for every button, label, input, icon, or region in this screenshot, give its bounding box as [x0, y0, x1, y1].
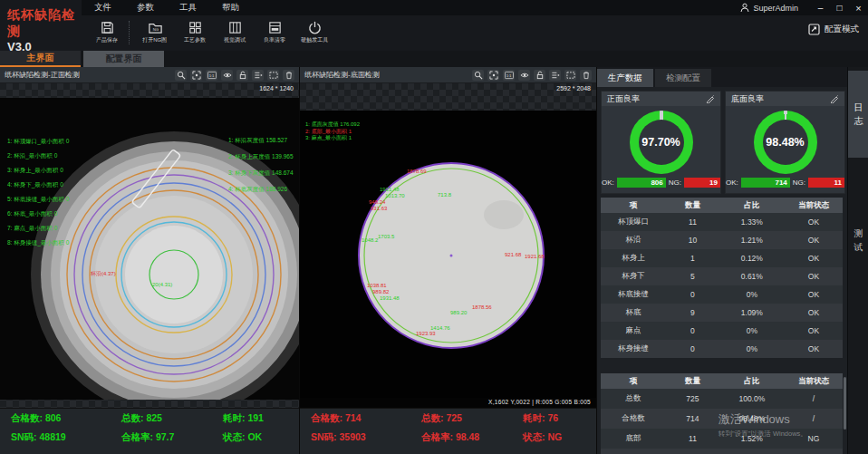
table-row[interactable]: 总数725100.0%/ — [601, 389, 843, 409]
table-row[interactable]: 杯顶爆口111.33%OK — [601, 213, 843, 231]
panel-scrollbar[interactable] — [844, 377, 846, 430]
stat-总数: 总数: 825 — [121, 412, 223, 431]
process-params-button[interactable]: 工艺参数 — [175, 18, 215, 44]
lock-icon[interactable] — [236, 70, 248, 81]
table-cell: 725 — [666, 389, 719, 409]
menu-item-文件[interactable]: 文件 — [94, 2, 111, 14]
fit-screen-icon[interactable] — [190, 70, 202, 81]
table-cell: NG — [785, 449, 843, 454]
menu-bar: 文件参数工具帮助 SuperAdmin – □ × — [82, 0, 868, 15]
power-icon — [307, 20, 323, 35]
open-ng-image-button[interactable]: NG 打开NG图 — [135, 18, 175, 44]
show-overlay-eye-icon[interactable] — [518, 70, 530, 81]
table-cell: 1.52% — [719, 429, 785, 449]
lock-icon[interactable] — [534, 70, 545, 81]
product-save-button[interactable]: 产品保存 — [87, 18, 127, 44]
menu-item-参数[interactable]: 参数 — [137, 2, 154, 14]
front-image-area[interactable]: 1624 * 1240 — [0, 83, 299, 408]
table-row[interactable]: 杯底接缝00%OK — [601, 285, 843, 304]
table-cell: OK — [785, 267, 843, 285]
table-row[interactable]: 杯底91.09%OK — [601, 304, 843, 322]
config-mode-icon — [808, 24, 820, 35]
tab-test[interactable]: 测试 — [848, 208, 868, 272]
one-to-one-icon[interactable]: 1:1 — [206, 70, 217, 81]
roi-region-icon[interactable] — [267, 70, 279, 81]
table-cell: 合格数 — [601, 409, 666, 429]
tab-logs[interactable]: 日志 — [848, 71, 868, 158]
zoom-icon[interactable] — [472, 70, 484, 81]
stat-SN码: SN码: 35903 — [311, 431, 421, 450]
close-button[interactable]: × — [849, 0, 868, 15]
annotation-line: 4: 杯身下_最小面积 0 — [7, 178, 69, 192]
bottom-yield-body: 98.48% OK: 714 NG: 11 — [726, 106, 844, 193]
table-row[interactable]: 麻点00%NG — [601, 449, 843, 454]
annotation-line: 1: 杯沿灰度值 158.527 — [228, 132, 294, 149]
tab-detection-config[interactable]: 检测配置 — [655, 69, 711, 87]
bottom-view-header: 纸杯缺陷检测-底面检测 1:1 — [300, 67, 596, 83]
table-cell: OK — [785, 213, 843, 231]
bottom-photo[interactable]: 1: 底面灰度值 176.0922: 底部_最小面积 13: 麻点_最小面积 1… — [300, 111, 596, 408]
table-cell: 杯顶爆口 — [601, 213, 666, 231]
main-tab-bar: 主界面 配置界面 — [0, 51, 868, 67]
defect-label: 948.24 — [369, 199, 385, 205]
delete-trash-icon[interactable] — [283, 70, 294, 81]
table-cell: 0 — [666, 285, 719, 304]
annotation-line: 4: 杯底灰度值 188.926 — [228, 181, 294, 198]
front-stats-bar: 合格数: 806总数: 825耗时: 191SN码: 48819合格率: 97.… — [0, 408, 299, 454]
table-cell: 1 — [666, 249, 719, 267]
edit-icon[interactable] — [830, 94, 839, 103]
defect-label: 杯沿(4.37) — [91, 270, 116, 278]
menu-item-帮助[interactable]: 帮助 — [222, 2, 239, 14]
table-row[interactable]: 杯身接缝00%OK — [601, 340, 843, 358]
defect-label: 1878.69 — [407, 169, 427, 174]
table-cell: 11 — [666, 429, 719, 449]
table-row[interactable]: 合格数71498.48%/ — [601, 409, 843, 429]
table-row[interactable]: 杯身上10.12%OK — [601, 249, 843, 267]
show-overlay-eye-icon[interactable] — [221, 70, 233, 81]
table-cell: 5 — [666, 267, 719, 285]
tab-config-interface[interactable]: 配置界面 — [83, 51, 164, 67]
hard-trigger-tool-button[interactable]: 硬触发工具 — [294, 18, 334, 44]
annotation-line: 1: 杯顶爆口_最小面积 0 — [7, 134, 69, 149]
front-okng-row: OK: 806 NG: 19 — [602, 178, 720, 188]
svg-text:NG: NG — [152, 27, 158, 32]
zoom-icon[interactable] — [175, 70, 187, 81]
bottom-image-area[interactable]: 2592 * 2048 1: 底面灰度值 176.0922: 底部_最小面积 1… — [300, 83, 596, 408]
column-header: 项 — [601, 373, 666, 389]
menu-item-工具[interactable]: 工具 — [179, 2, 197, 14]
stat-状态: 状态: OK — [223, 431, 288, 450]
yield-reset-button[interactable]: 良率清零 — [255, 18, 294, 44]
grid-icon — [188, 20, 203, 35]
data-panel: 生产数据 检测配置 正面良率 97.70% — [596, 67, 847, 454]
table-cell: OK — [785, 322, 843, 340]
one-to-one-icon[interactable]: 1:1 — [503, 70, 515, 81]
table-row[interactable]: 杯沿101.21%OK — [601, 231, 843, 249]
cursor-coordinates: X,1602 Y,0022 | R:005 G:005 B:005 — [488, 399, 591, 405]
front-ok-bar: 806 — [617, 178, 666, 188]
defect-label: 1931.48 — [380, 295, 400, 301]
tab-production-data[interactable]: 生产数据 — [597, 69, 653, 87]
minimize-button[interactable]: – — [811, 0, 830, 15]
maximize-button[interactable]: □ — [830, 0, 849, 15]
vision-debug-button[interactable]: 视觉调试 — [215, 18, 255, 44]
menu-items: 文件参数工具帮助 — [82, 2, 239, 14]
layers-list-icon[interactable] — [549, 70, 561, 81]
table-cell: 0% — [719, 449, 785, 454]
defect-label: 713.8 — [438, 192, 451, 198]
layers-list-icon[interactable] — [252, 70, 264, 81]
table-cell: 杯身上 — [601, 249, 666, 267]
config-mode-button[interactable]: 配置模式 — [808, 24, 859, 35]
defect-label: 921.68 — [505, 252, 521, 257]
fit-screen-icon[interactable] — [487, 70, 499, 81]
front-photo[interactable]: 1: 杯顶爆口_最小面积 02: 杯沿_最小面积 03: 杯身上_最小面积 04… — [0, 98, 299, 400]
stat-总数: 总数: 725 — [421, 412, 523, 431]
user-button[interactable]: SuperAdmin — [740, 3, 798, 13]
table-row[interactable]: 麻点00%OK — [601, 322, 843, 340]
edit-icon[interactable] — [706, 94, 715, 103]
table-row[interactable]: 杯身下50.61%OK — [601, 267, 843, 285]
roi-region-icon[interactable] — [564, 70, 576, 81]
table-cell: 1.09% — [719, 304, 785, 322]
table-row[interactable]: 底部111.52%NG — [601, 429, 843, 449]
delete-trash-icon[interactable] — [580, 70, 592, 81]
annotation-line: 3: 杯身上_最小面积 0 — [7, 163, 69, 178]
